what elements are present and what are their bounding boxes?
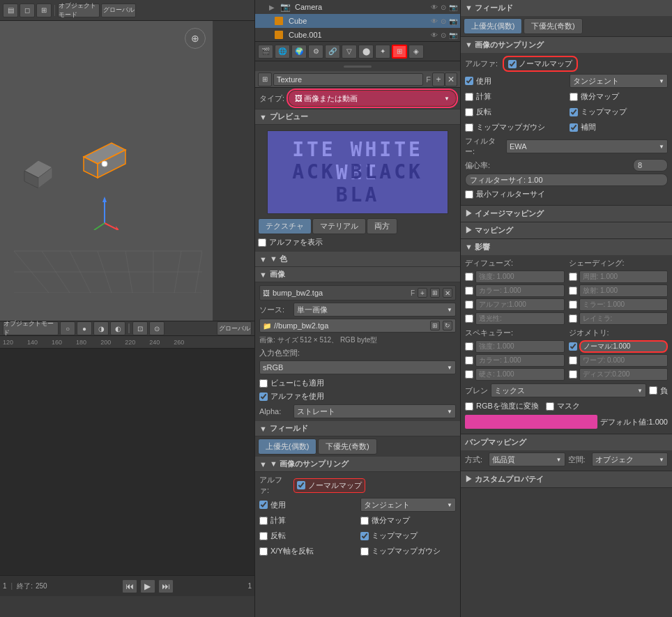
prop-sampling-header[interactable]: ▼ 画像のサンプリング <box>461 37 672 53</box>
prop-eccentricity-field[interactable]: 8 <box>633 159 668 172</box>
prop-mirror-field[interactable]: ミラー: 1.000 <box>579 298 669 311</box>
cube-cursor-icon[interactable]: ⊙ <box>441 17 446 25</box>
prop-color-checkbox[interactable] <box>465 287 473 295</box>
prop-displace-field[interactable]: ディスプ:0.200 <box>579 368 669 381</box>
prop-deriv-checkbox[interactable] <box>570 93 578 101</box>
play-btn[interactable]: ▶ <box>140 579 155 593</box>
field-header[interactable]: ▼ フィールド <box>461 0 672 16</box>
prop-pink-bar[interactable] <box>465 415 597 429</box>
camera-render-icon[interactable]: 📷 <box>449 3 457 11</box>
invert-checkbox[interactable] <box>259 532 268 540</box>
sampling-section-header[interactable]: ▼ ▼ 画像のサンプリング <box>255 457 460 472</box>
viewport-shade-render[interactable]: ◐ <box>110 321 125 335</box>
prop-space-select[interactable]: オブジェク ▼ <box>592 452 669 466</box>
image-section-header[interactable]: ▼ 画像 <box>255 267 460 282</box>
prop-speccolor-field[interactable]: カラー: 1.000 <box>475 354 565 367</box>
tex-icon-material[interactable]: ⬤ <box>358 45 374 59</box>
prop-raymirror-checkbox[interactable] <box>569 314 577 323</box>
prop-translucency-field[interactable]: 透光性: <box>475 312 565 325</box>
prop-use-checkbox[interactable] <box>465 77 473 85</box>
prop-influence-header[interactable]: ▼ 影響 <box>461 239 672 255</box>
type-select-highlighted[interactable]: 🖼 画像または動画 ▼ <box>289 91 456 106</box>
add-texture-btn[interactable]: + <box>432 73 445 86</box>
prop-blend-select[interactable]: ミックス ▼ <box>491 383 646 397</box>
prop-speccolor-checkbox[interactable] <box>465 356 473 365</box>
proportional-edit[interactable]: ⊙ <box>149 321 165 335</box>
alpha-val-select[interactable]: ストレート ▼ <box>293 404 456 418</box>
prop-bump-header[interactable]: バンプマッピング <box>461 434 672 450</box>
prop-imagemap-header[interactable]: ▶ イメージマッピング <box>461 206 672 222</box>
tex-icon-world[interactable]: 🌍 <box>291 45 307 59</box>
color-section-header[interactable]: ▼ ▼ 色 <box>255 252 460 267</box>
outliner-item-cube[interactable]: Cube 👁 ⊙ 📷 <box>255 14 460 28</box>
preview-section-header[interactable]: ▼ プレビュー <box>255 109 460 125</box>
prop-ambient-checkbox[interactable] <box>569 273 577 281</box>
prop-strength-field[interactable]: 強度: 1.000 <box>475 271 565 283</box>
field-odd-tab[interactable]: 下優先(奇数) <box>318 439 376 455</box>
tex-icon-render[interactable]: 🎬 <box>258 45 273 59</box>
cube001-render-icon[interactable]: 📷 <box>449 31 457 39</box>
tex-type-icon[interactable]: ⊞ <box>258 73 272 86</box>
viewport-shade-wire[interactable]: ○ <box>60 321 75 335</box>
prop-alphainf-checkbox[interactable] <box>465 300 473 309</box>
prop-field-odd[interactable]: 下優先(奇数) <box>524 18 582 34</box>
view-menu-btn[interactable]: ▤ <box>3 3 18 17</box>
cube-render-icon[interactable]: 📷 <box>449 17 457 25</box>
prop-emit-checkbox[interactable] <box>569 287 577 295</box>
prop-mirror-checkbox[interactable] <box>569 300 577 309</box>
select-menu-btn[interactable]: ◻ <box>20 3 35 17</box>
prop-calc-checkbox[interactable] <box>465 93 473 101</box>
global-coord[interactable]: グローバル <box>217 321 252 335</box>
prop-raymirror-field[interactable]: レイミラ: <box>579 312 669 325</box>
prop-method-select[interactable]: 低品質 ▼ <box>489 452 565 466</box>
preview-tab-both[interactable]: 両方 <box>367 218 397 234</box>
prop-emit-field[interactable]: 放射: 1.000 <box>579 284 669 297</box>
prop-strength-checkbox[interactable] <box>465 273 473 281</box>
field-even-tab[interactable]: 上優先(偶数) <box>258 439 316 455</box>
image-remove-btn[interactable]: ✕ <box>443 288 452 298</box>
prop-tangent-select[interactable]: タンジェント ▼ <box>570 74 669 88</box>
prop-hardness-checkbox[interactable] <box>465 370 473 379</box>
calc-checkbox[interactable] <box>259 517 268 525</box>
normalmap-checkbox[interactable] <box>297 481 305 489</box>
tex-icon-object[interactable]: ⚙ <box>308 45 323 59</box>
prop-interp-checkbox[interactable] <box>570 123 578 132</box>
prop-minfilt-checkbox[interactable] <box>465 190 473 199</box>
prop-neg-checkbox[interactable] <box>649 386 657 395</box>
outliner-item-camera[interactable]: ▶ 📷 Camera 👁 ⊙ 📷 <box>255 0 460 14</box>
filepath-row[interactable]: 📁 //bump_bw2.tga ⊞ ↻ <box>259 319 456 333</box>
prop-ambient-field[interactable]: 周囲: 1.000 <box>579 271 669 283</box>
snap-btn[interactable]: ⊡ <box>132 321 148 335</box>
play-forward-btn[interactable]: ⏭ <box>158 579 174 593</box>
viewport-shade-solid[interactable]: ● <box>77 321 92 335</box>
prop-alphainf-field[interactable]: アルファ:1.000 <box>475 298 565 311</box>
prop-filter-select[interactable]: EWA ▼ <box>506 139 668 153</box>
xy-checkbox[interactable] <box>259 547 268 556</box>
prop-spec-strength-field[interactable]: 強度: 1.000 <box>475 340 565 353</box>
prop-normal-checkbox[interactable] <box>569 342 577 351</box>
image-copy-btn[interactable]: ⊞ <box>430 288 440 298</box>
filepath-browse1[interactable]: ⊞ <box>430 321 440 330</box>
image-add-btn[interactable]: + <box>418 288 427 298</box>
object-mode-select[interactable]: オブジェクトモード <box>3 321 59 335</box>
viewport-shade-tex[interactable]: ◑ <box>93 321 109 335</box>
use-checkbox[interactable] <box>259 501 268 509</box>
prop-normalmap-checkbox[interactable] <box>508 60 517 68</box>
prop-translucency-checkbox[interactable] <box>465 314 473 323</box>
3d-viewport[interactable]: ⊕ <box>0 21 213 321</box>
prop-mask-checkbox[interactable] <box>546 402 554 411</box>
prop-warp-field[interactable]: ワープ: 0.000 <box>579 354 669 367</box>
object-mode-btn[interactable]: オブジェクトモード <box>58 3 100 17</box>
play-reverse-btn[interactable]: ⏮ <box>122 579 137 593</box>
prop-rgb-checkbox[interactable] <box>465 402 473 411</box>
prop-mipmap-checkbox[interactable] <box>570 108 578 116</box>
prop-field-even[interactable]: 上優先(偶数) <box>464 18 522 34</box>
object-menu-btn[interactable]: ⊞ <box>36 3 52 17</box>
global-btn[interactable]: グローバル <box>101 3 136 17</box>
remove-texture-btn[interactable]: ✕ <box>445 73 457 86</box>
view-apply-checkbox[interactable] <box>259 379 268 388</box>
colorspace-select[interactable]: sRGB ▼ <box>259 360 456 374</box>
camera-cursor-icon[interactable]: ⊙ <box>441 3 446 11</box>
prop-invert-checkbox[interactable] <box>465 108 473 116</box>
tex-icon-texture[interactable]: ⊞ <box>392 45 407 59</box>
